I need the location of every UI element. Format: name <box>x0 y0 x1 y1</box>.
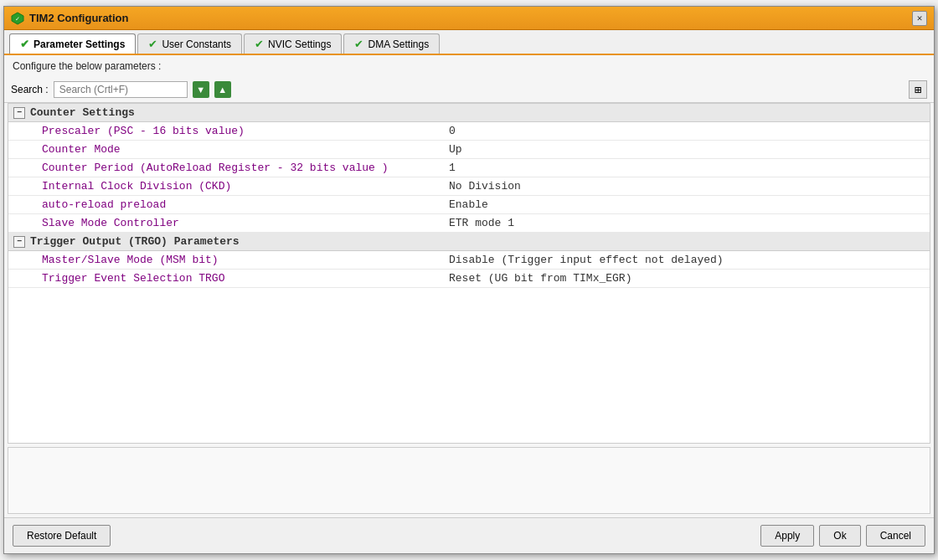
table-row: auto-reload preload Enable <box>8 196 930 214</box>
param-name-1-0: Master/Slave Mode (MSM bit) <box>8 251 444 269</box>
param-value-0-5[interactable]: ETR mode 1 <box>444 214 930 232</box>
param-value-0-1[interactable]: Up <box>444 141 930 158</box>
table-row: Trigger Event Selection TRGO Reset (UG b… <box>8 270 930 288</box>
main-window: ✓ TIM2 Configuration ✕ ✔ Parameter Setti… <box>3 6 935 554</box>
search-next-button[interactable]: ▲ <box>214 81 231 98</box>
param-value-1-0[interactable]: Disable (Trigger input effect not delaye… <box>444 251 930 269</box>
param-name-0-1: Counter Mode <box>8 141 444 158</box>
param-value-0-0[interactable]: 0 <box>444 122 930 140</box>
tab-label-1: User Constants <box>162 39 231 50</box>
footer-right-buttons: Apply Ok Cancel <box>760 525 925 547</box>
param-name-1-1: Trigger Event Selection TRGO <box>8 270 444 287</box>
search-label: Search : <box>11 84 49 95</box>
table-row: Slave Mode Controller ETR mode 1 <box>8 214 930 233</box>
info-box <box>8 447 930 514</box>
table-row: Counter Mode Up <box>8 141 930 159</box>
tab-check-icon-2: ✔ <box>255 38 264 50</box>
tab-user-constants[interactable]: ✔ User Constants <box>137 33 242 54</box>
param-value-0-3[interactable]: No Division <box>444 177 930 195</box>
ok-button[interactable]: Ok <box>819 525 860 547</box>
search-input[interactable] <box>54 81 188 98</box>
tab-nvic-settings[interactable]: ✔ NVIC Settings <box>244 33 342 54</box>
section-body-counter: Prescaler (PSC - 16 bits value) 0 Counte… <box>8 122 930 233</box>
tab-check-icon-3: ✔ <box>354 38 363 50</box>
cancel-button[interactable]: Cancel <box>866 525 925 547</box>
parameter-table: − Counter Settings Prescaler (PSC - 16 b… <box>8 103 930 444</box>
tab-check-icon-0: ✔ <box>20 38 29 50</box>
param-value-1-1[interactable]: Reset (UG bit from TIMx_EGR) <box>444 270 930 287</box>
close-button[interactable]: ✕ <box>912 11 927 26</box>
footer: Restore Default Apply Ok Cancel <box>4 517 934 553</box>
tab-dma-settings[interactable]: ✔ DMA Settings <box>343 33 440 54</box>
table-row: Internal Clock Division (CKD) No Divisio… <box>8 177 930 196</box>
param-value-0-4[interactable]: Enable <box>444 196 930 213</box>
subtitle: Configure the below parameters : <box>4 55 934 77</box>
param-name-0-0: Prescaler (PSC - 16 bits value) <box>8 122 444 140</box>
tab-label-0: Parameter Settings <box>34 39 125 50</box>
section-toggle-counter[interactable]: − <box>13 107 25 119</box>
section-body-trigger: Master/Slave Mode (MSM bit) Disable (Tri… <box>8 251 930 288</box>
table-row: Counter Period (AutoReload Register - 32… <box>8 159 930 177</box>
tab-parameter-settings[interactable]: ✔ Parameter Settings <box>9 33 136 54</box>
tab-check-icon-1: ✔ <box>148 38 157 50</box>
table-row: Prescaler (PSC - 16 bits value) 0 <box>8 122 930 141</box>
param-value-0-2[interactable]: 1 <box>444 159 930 177</box>
section-header-counter: − Counter Settings <box>8 104 930 122</box>
section-title-counter: Counter Settings <box>30 106 135 119</box>
titlebar: ✓ TIM2 Configuration ✕ <box>4 7 934 30</box>
section-toggle-trigger[interactable]: − <box>13 236 25 248</box>
app-icon: ✓ <box>11 12 24 25</box>
section-header-trigger: − Trigger Output (TRGO) Parameters <box>8 233 930 251</box>
svg-text:✓: ✓ <box>16 15 20 23</box>
window-title: TIM2 Configuration <box>29 12 912 24</box>
search-prev-button[interactable]: ▼ <box>193 81 209 98</box>
grid-view-button[interactable]: ⊞ <box>909 80 927 99</box>
section-title-trigger: Trigger Output (TRGO) Parameters <box>30 235 240 248</box>
param-name-0-5: Slave Mode Controller <box>8 214 444 232</box>
param-name-0-3: Internal Clock Division (CKD) <box>8 177 444 195</box>
restore-default-button[interactable]: Restore Default <box>13 525 111 547</box>
tab-label-2: NVIC Settings <box>268 39 331 50</box>
tab-bar: ✔ Parameter Settings ✔ User Constants ✔ … <box>4 30 934 55</box>
table-row: Master/Slave Mode (MSM bit) Disable (Tri… <box>8 251 930 270</box>
param-name-0-2: Counter Period (AutoReload Register - 32… <box>8 159 444 177</box>
apply-button[interactable]: Apply <box>760 525 814 547</box>
search-bar: Search : ▼ ▲ ⊞ <box>4 77 934 103</box>
param-name-0-4: auto-reload preload <box>8 196 444 213</box>
tab-label-3: DMA Settings <box>368 39 429 50</box>
